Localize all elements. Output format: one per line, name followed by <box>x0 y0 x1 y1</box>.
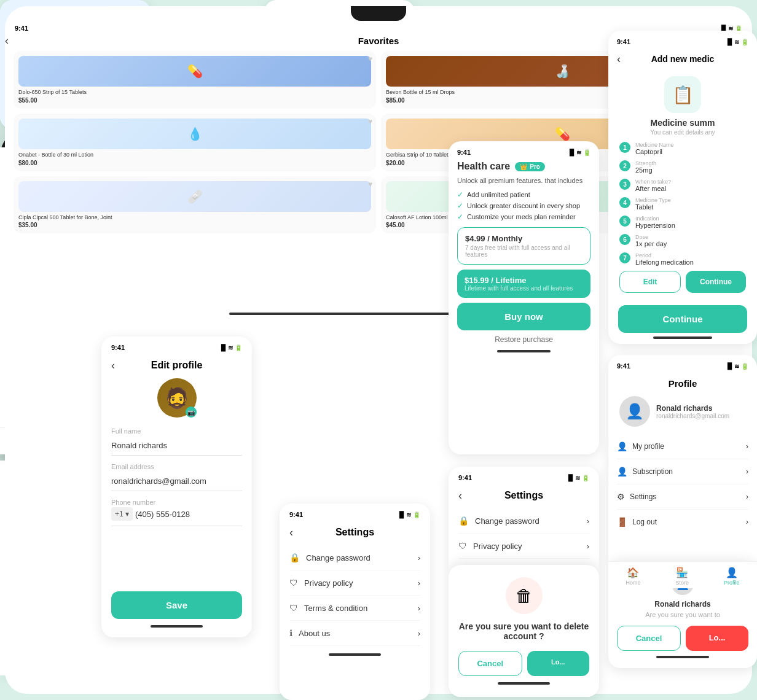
pr-item-settings[interactable]: ⚙ Settings › <box>617 484 748 510</box>
fav-item-2[interactable]: ♥ 💧 Onabet - Bottle of 30 ml Lotion $80.… <box>14 114 376 171</box>
ep-back[interactable]: ‹ <box>111 359 115 372</box>
monthly-pricing-box[interactable]: $4.99 / Monthly 7 days free trial with f… <box>457 227 590 265</box>
delete-question: Are you sure you want to delete account … <box>458 621 589 641</box>
hc-description: Unlock all premium features. that includ… <box>457 177 590 184</box>
settings-item-0[interactable]: 🔒 Change password › <box>289 545 420 570</box>
fullname-label: Full name <box>111 427 242 435</box>
ms-edit-btn[interactable]: Edit <box>619 271 681 293</box>
ep-save-btn[interactable]: Save <box>111 591 242 619</box>
fav-img-0: 💊 <box>18 56 371 87</box>
step-num-2: 3 <box>619 179 630 190</box>
delete-cancel-btn[interactable]: Cancel <box>458 651 522 676</box>
ms-bottom-continue-btn[interactable]: Continue <box>618 305 747 333</box>
settings-item-3[interactable]: ℹ About us › <box>289 621 420 646</box>
pr-chevron-1: › <box>746 467 748 476</box>
s2-header: ‹ Settings <box>458 485 589 508</box>
fav-name-4: Cipla Cipcal 500 Tablet for Bone, Joint <box>18 214 371 221</box>
email-input[interactable] <box>111 472 242 491</box>
delete-confirm-btn[interactable]: Lo... <box>527 651 590 676</box>
pr-nav-bar: 🏠 Home 🏪 Store 👤 Profile <box>608 561 757 588</box>
step-num-6: 7 <box>619 252 630 263</box>
s-title: Settings <box>335 527 374 538</box>
lifetime-sub: Lifetime with full access and all featur… <box>465 285 583 292</box>
fav-heart-2[interactable]: ♥ <box>368 117 372 126</box>
phone-country[interactable]: +1 ▾ <box>111 507 133 521</box>
step-val-5: 1x per day <box>635 240 667 247</box>
pr-chevron-3: › <box>746 518 748 526</box>
ms-desc: You can edit details any <box>617 129 748 136</box>
pr-nav-profile[interactable]: 👤 Profile <box>724 567 740 586</box>
pr-item-my-profile[interactable]: 👤 My profile › <box>617 434 748 459</box>
step-label-6: Period <box>635 252 694 259</box>
step-5: 6 Dose 1x per day <box>619 234 746 247</box>
delete-account-modal: 🗑 Are you sure you want to delete accoun… <box>449 565 599 697</box>
pr-avatar: 👤 <box>619 396 650 427</box>
phone-label: Phone number <box>111 499 242 506</box>
check-icon-1: ✓ <box>457 201 463 210</box>
fav-item-0[interactable]: ♥ 💊 Dolo-650 Strip of 15 Tablets $55.00 <box>14 51 376 109</box>
settings-item-2[interactable]: 🛡 Terms & condition › <box>289 596 420 621</box>
step-num-5: 6 <box>619 234 630 245</box>
logout-username: Ronald richards <box>617 600 748 609</box>
fav-img-4: 🩹 <box>18 181 371 212</box>
edit-profile-card: 9:41 ▉ ≋ 🔋 ‹ Edit profile 🧔 📷 Full name … <box>101 336 252 637</box>
pr-user-icon: 👤 <box>617 441 627 451</box>
pr-status: ▉ ≋ 🔋 <box>728 363 748 370</box>
pr-subscription-label: Subscription <box>632 467 673 476</box>
s2-shield-icon: 🛡 <box>458 541 467 551</box>
pr-logout-label: Log out <box>632 518 657 526</box>
s2-back[interactable]: ‹ <box>458 489 462 502</box>
ep-avatar-edit[interactable]: 📷 <box>186 406 197 418</box>
s2-label-0: Change password <box>475 516 539 526</box>
health-care-title: Health care <box>457 161 510 172</box>
lifetime-pricing-box[interactable]: $15.99 / Lifetime Lifetime with full acc… <box>457 270 590 298</box>
logout-cancel-btn[interactable]: Cancel <box>617 626 681 651</box>
s2-chevron-0: › <box>587 516 589 526</box>
settings-list: 🔒 Change password › 🛡 Privacy policy › 🛡… <box>289 545 420 646</box>
lock-icon: 🔒 <box>289 553 300 562</box>
pro-label: Pro <box>530 163 540 170</box>
monthly-sub: 7 days free trial with full access and a… <box>465 244 582 258</box>
hc-feature-2: ✓ Customize your meds plan reminder <box>457 212 590 221</box>
settings-item-1[interactable]: 🛡 Privacy policy › <box>289 570 420 596</box>
s2-title: Settings <box>504 490 543 501</box>
fav-item-4[interactable]: ♥ 🩹 Cipla Cipcal 500 Tablet for Bone, Jo… <box>14 176 376 234</box>
hc-feature-label-2: Customize your meds plan reminder <box>467 213 576 220</box>
pr-settings-icon: ⚙ <box>617 492 625 502</box>
trash-icon: 🗑 <box>516 586 533 606</box>
chevron-right-2: › <box>418 604 420 613</box>
pr-item-logout[interactable]: 🚪 Log out › <box>617 510 748 534</box>
logout-btn-row: Cancel Lo... <box>617 626 748 651</box>
s-back[interactable]: ‹ <box>289 526 293 539</box>
s2-item-1[interactable]: 🛡 Privacy policy › <box>458 534 589 559</box>
s-status: ▉ ≋ 🔋 <box>399 511 420 518</box>
ms-header: ‹ Add new medic <box>617 49 748 71</box>
check-icon-2: ✓ <box>457 212 463 221</box>
buy-now-btn[interactable]: Buy now <box>457 303 590 330</box>
step-0: 1 Medicine Name Captopril <box>619 142 746 155</box>
fav-heart-4[interactable]: ♥ <box>368 180 372 189</box>
restore-purchase-btn[interactable]: Restore purchase <box>457 335 590 344</box>
fav-price-0: $55.00 <box>18 97 371 104</box>
s2-item-0[interactable]: 🔒 Change password › <box>458 508 589 534</box>
fav-heart-0[interactable]: ♥ <box>368 55 372 63</box>
settings-card: 9:41 ▉ ≋ 🔋 ‹ Settings 🔒 Change password … <box>280 504 430 700</box>
lifetime-price: $15.99 / Lifetime <box>465 276 583 285</box>
hc-time: 9:41 <box>457 149 471 156</box>
ms-continue-btn[interactable]: Continue <box>686 271 746 293</box>
step-label-1: Strength <box>635 160 656 166</box>
pr-nav-home[interactable]: 🏠 Home <box>626 567 640 586</box>
pr-email: ronaldrichards@gmail.com <box>656 413 729 419</box>
info-icon: ℹ <box>289 628 292 638</box>
ep-status: ▉ ≋ 🔋 <box>221 344 242 351</box>
favorites-back[interactable]: ‹ <box>5 34 9 47</box>
ms-back[interactable]: ‹ <box>617 53 621 66</box>
pr-nav-store[interactable]: 🏪 Store <box>675 567 689 586</box>
step-num-3: 4 <box>619 197 630 208</box>
pr-item-subscription[interactable]: 👤 Subscription › <box>617 459 748 484</box>
step-num-0: 1 <box>619 142 630 153</box>
step-label-3: Medicine Type <box>635 197 671 203</box>
fav-price-2: $80.00 <box>18 160 371 166</box>
fullname-input[interactable] <box>111 436 242 456</box>
logout-confirm-btn[interactable]: Lo... <box>686 626 748 651</box>
